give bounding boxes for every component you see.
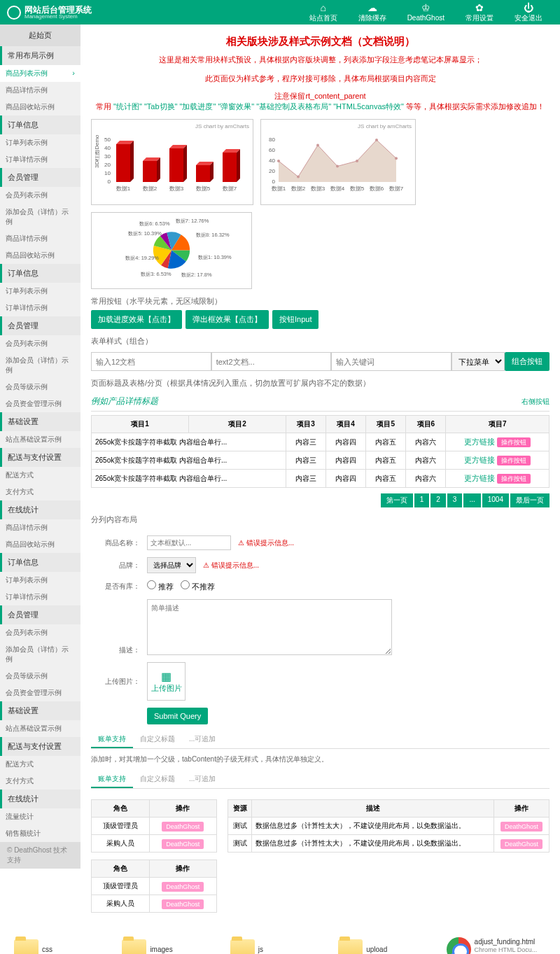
tab[interactable]: ...可追加 (182, 731, 223, 748)
sidebar-item[interactable]: 会员资金管理示例 (0, 395, 80, 412)
sidebar-item[interactable]: 会员列表示例 (0, 187, 80, 204)
page-button[interactable]: 最后一页 (510, 493, 550, 507)
sidebar-item[interactable]: 订单列表示例 (0, 283, 80, 300)
svg-text:数据3: 数据3 (311, 185, 326, 192)
sidebar-item[interactable]: 支付方式 (0, 484, 80, 500)
badge[interactable]: DeathGhost (500, 839, 542, 849)
sidebar-item[interactable]: 配送方式 (0, 467, 80, 484)
table-row: 265ok宽卡按题字符串截取 内容组合单行...内容三内容四内容五内容六更方链接… (92, 451, 550, 470)
sidebar-item[interactable]: 添加会员（详情）示例 (0, 204, 80, 230)
sidebar-item[interactable]: 商品详情示例 (0, 230, 80, 247)
file-item[interactable]: adjust_funding.htmlChrome HTML Docu...7 … (447, 937, 546, 954)
badge[interactable]: DeathGhost (162, 882, 204, 892)
sidebar-item[interactable]: 订单详情示例 (0, 300, 80, 316)
desc-line2: 此页面仅为样式参考，程序对接可移除，具体布局根据项目内容而定 (91, 73, 550, 85)
resource-table: 资源描述操作测试数据信息过多（计算性太大），不建议使用此布局，以免数据溢出。De… (227, 799, 550, 853)
text-input[interactable] (211, 352, 332, 371)
name-input[interactable] (147, 535, 231, 550)
sidebar-home[interactable]: 起始页 (0, 24, 80, 46)
sidebar-item[interactable]: 添加会员（详情）示例 (0, 641, 80, 668)
folder-icon (230, 939, 255, 955)
sidebar-item[interactable]: 商品回收站示例 (0, 247, 80, 264)
svg-point-29 (297, 176, 300, 178)
sidebar-group: 会员管理 (0, 316, 80, 335)
radio-recommend[interactable]: 推荐 (147, 580, 174, 592)
radio-not-recommend[interactable]: 不推荐 (181, 580, 215, 592)
badge[interactable]: DeathGhost (162, 899, 204, 909)
sidebar-item[interactable]: 商品回收站示例 (0, 99, 80, 115)
sidebar-item[interactable]: 流量统计 (0, 808, 80, 825)
sidebar-item[interactable]: 商品回收站示例 (0, 536, 80, 553)
sidebar-item[interactable]: 订单详情示例 (0, 151, 80, 168)
file-item[interactable]: images (122, 937, 221, 954)
sidebar-item[interactable]: 商品详情示例 (0, 82, 80, 99)
badge[interactable]: DeathGhost (162, 839, 204, 849)
sidebar-item[interactable]: 会员列表示例 (0, 624, 80, 641)
sidebar-item[interactable]: 订单列表示例 (0, 572, 80, 589)
link-action[interactable]: 更方链接 (464, 456, 495, 464)
sidebar-item[interactable]: 会员列表示例 (0, 335, 80, 352)
action-button[interactable]: 按钮Input (272, 310, 318, 329)
nav-站点首页[interactable]: ⌂站点首页 (299, 0, 348, 24)
page-button[interactable]: 1004 (482, 493, 509, 507)
tabs: 账单支持自定义标题...可追加 (91, 731, 550, 749)
svg-text:30: 30 (104, 153, 111, 160)
tab[interactable]: 自定义标题 (133, 731, 182, 748)
link-action[interactable]: 更方链接 (464, 474, 495, 482)
tab[interactable]: 账单支持 (91, 731, 133, 748)
file-item[interactable]: css (14, 937, 113, 954)
upload-button[interactable]: ▦ 上传图片 (147, 662, 186, 701)
sidebar-item[interactable]: 商品列表示例› (0, 65, 80, 82)
text-input[interactable] (331, 352, 451, 371)
sidebar-item[interactable]: 会员等级示例 (0, 379, 80, 395)
page-button[interactable]: 第一页 (381, 493, 413, 507)
page-button[interactable]: 1 (414, 493, 430, 507)
sidebar-item[interactable]: 会员等级示例 (0, 668, 80, 685)
nav-icon: ⏻ (514, 2, 542, 14)
combo-select[interactable]: 下拉菜单 (451, 352, 505, 371)
text-input[interactable] (91, 352, 211, 371)
desc-textarea[interactable] (147, 599, 392, 655)
desc-line4: 常用 "统计图" "Tab切换" "加载进度" "弹窗效果" "基础控制及表格布… (91, 101, 550, 112)
sidebar-item[interactable]: 订单列表示例 (0, 134, 80, 151)
content: 相关版块涉及样式示例文档（文档说明） 这里是相关常用块样式预设，具体根据内容版块… (80, 24, 560, 923)
submit-button[interactable]: Submit Query (147, 708, 208, 724)
action-button[interactable]: 弹出框效果【点击】 (186, 310, 269, 329)
combo-button[interactable]: 组合按钮 (505, 352, 550, 371)
sidebar-item[interactable]: 添加会员（详情）示例 (0, 352, 80, 379)
sidebar-item[interactable]: 会员资金管理示例 (0, 685, 80, 701)
upload-label: 上传图片： (91, 677, 140, 687)
brand-select[interactable]: 选择品牌 (147, 557, 196, 573)
tab[interactable]: 自定义标题 (133, 771, 182, 788)
sidebar-group: 会员管理 (0, 168, 80, 187)
desc-line3: 注意保留rt_content_parent (91, 91, 550, 101)
nav-常用设置[interactable]: ✿常用设置 (455, 0, 504, 24)
page-button[interactable]: 2 (430, 493, 446, 507)
tab[interactable]: 账单支持 (91, 771, 133, 788)
sidebar-item[interactable]: 支付方式 (0, 773, 80, 790)
nav-安全退出[interactable]: ⏻安全退出 (504, 0, 553, 24)
tab[interactable]: ...可追加 (182, 771, 223, 788)
link-action[interactable]: 更方链接 (464, 437, 495, 446)
page-button[interactable]: ... (463, 493, 480, 507)
sidebar-item[interactable]: 站点基础设置示例 (0, 431, 80, 448)
badge-action[interactable]: 操作按钮 (497, 474, 531, 484)
file-item[interactable]: upload (338, 937, 438, 954)
sidebar-item[interactable]: 配送方式 (0, 756, 80, 773)
badge-action[interactable]: 操作按钮 (497, 456, 531, 465)
badge-action[interactable]: 操作按钮 (497, 437, 531, 447)
sidebar-item[interactable]: 商品详情示例 (0, 519, 80, 536)
nav-清除缓存[interactable]: ☁清除缓存 (348, 0, 397, 24)
right-button[interactable]: 右侧按钮 (522, 397, 550, 407)
sidebar-item[interactable]: 订单详情示例 (0, 589, 80, 605)
detail-title: 例如产品详情标题 (91, 395, 158, 407)
svg-text:数据5: 10.39%: 数据5: 10.39% (128, 230, 162, 237)
badge[interactable]: DeathGhost (162, 822, 204, 832)
badge[interactable]: DeathGhost (500, 822, 542, 832)
page-button[interactable]: 3 (447, 493, 463, 507)
sidebar-item[interactable]: 站点基础设置示例 (0, 720, 80, 737)
sidebar-item[interactable]: 销售额统计 (0, 825, 80, 842)
nav-DeathGhost[interactable]: ♔DeathGhost (397, 0, 455, 24)
file-item[interactable]: js (230, 937, 330, 954)
action-button[interactable]: 加载进度效果【点击】 (91, 310, 182, 329)
